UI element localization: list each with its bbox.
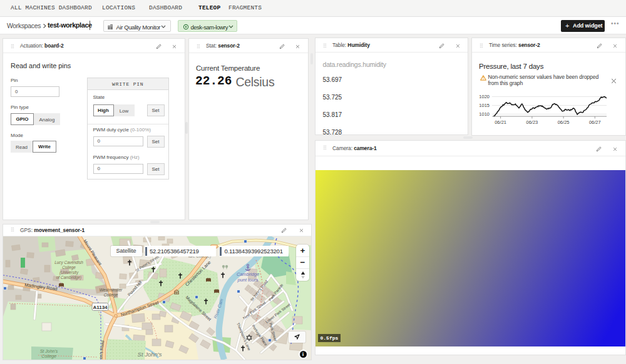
svg-text:1020: 1020 bbox=[479, 94, 490, 99]
svg-text:St John's: St John's bbox=[40, 349, 58, 353]
svg-text:College: College bbox=[62, 265, 76, 270]
svg-text:1010: 1010 bbox=[479, 111, 490, 117]
svg-text:06/25: 06/25 bbox=[558, 119, 570, 125]
svg-text:(University: (University bbox=[59, 270, 79, 275]
svg-text:Westminster: Westminster bbox=[100, 288, 123, 292]
svg-text:of Cambridge): of Cambridge) bbox=[56, 275, 82, 280]
svg-text:St John's: St John's bbox=[138, 351, 162, 358]
svg-text:1015: 1015 bbox=[479, 103, 490, 108]
svg-text:Cambridge: Cambridge bbox=[237, 271, 259, 277]
svg-text:06/27: 06/27 bbox=[589, 119, 601, 125]
svg-text:College: College bbox=[41, 354, 56, 359]
svg-text:06/21: 06/21 bbox=[495, 119, 506, 125]
svg-text:A1134: A1134 bbox=[93, 305, 108, 310]
svg-text:06/23: 06/23 bbox=[526, 119, 538, 125]
svg-text:Lucy Cavendish: Lucy Cavendish bbox=[54, 260, 83, 265]
svg-text:punt tours: punt tours bbox=[237, 277, 259, 283]
svg-text:College: College bbox=[104, 293, 118, 298]
